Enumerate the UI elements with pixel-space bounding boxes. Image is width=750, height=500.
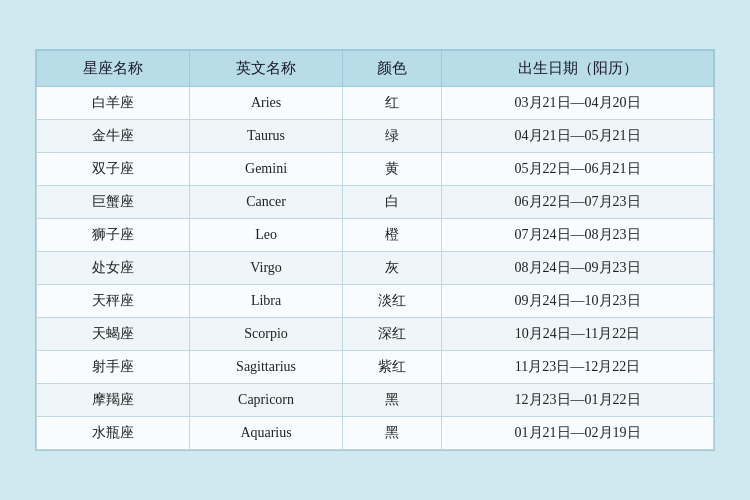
cell-color: 黑 bbox=[343, 417, 442, 450]
cell-dates: 06月22日—07月23日 bbox=[442, 186, 714, 219]
cell-english: Leo bbox=[190, 219, 343, 252]
cell-chinese: 狮子座 bbox=[37, 219, 190, 252]
table-row: 狮子座Leo橙07月24日—08月23日 bbox=[37, 219, 714, 252]
cell-dates: 04月21日—05月21日 bbox=[442, 120, 714, 153]
zodiac-table-container: 星座名称 英文名称 颜色 出生日期（阳历） 白羊座Aries红03月21日—04… bbox=[35, 49, 715, 451]
table-row: 金牛座Taurus绿04月21日—05月21日 bbox=[37, 120, 714, 153]
cell-color: 灰 bbox=[343, 252, 442, 285]
table-row: 处女座Virgo灰08月24日—09月23日 bbox=[37, 252, 714, 285]
header-dates: 出生日期（阳历） bbox=[442, 51, 714, 87]
cell-english: Taurus bbox=[190, 120, 343, 153]
cell-dates: 03月21日—04月20日 bbox=[442, 87, 714, 120]
cell-dates: 05月22日—06月21日 bbox=[442, 153, 714, 186]
cell-color: 紫红 bbox=[343, 351, 442, 384]
cell-chinese: 射手座 bbox=[37, 351, 190, 384]
cell-dates: 11月23日—12月22日 bbox=[442, 351, 714, 384]
cell-dates: 01月21日—02月19日 bbox=[442, 417, 714, 450]
cell-color: 深红 bbox=[343, 318, 442, 351]
cell-english: Capricorn bbox=[190, 384, 343, 417]
cell-english: Scorpio bbox=[190, 318, 343, 351]
cell-chinese: 水瓶座 bbox=[37, 417, 190, 450]
cell-english: Gemini bbox=[190, 153, 343, 186]
cell-color: 橙 bbox=[343, 219, 442, 252]
table-row: 白羊座Aries红03月21日—04月20日 bbox=[37, 87, 714, 120]
cell-chinese: 处女座 bbox=[37, 252, 190, 285]
table-row: 水瓶座Aquarius黑01月21日—02月19日 bbox=[37, 417, 714, 450]
table-row: 双子座Gemini黄05月22日—06月21日 bbox=[37, 153, 714, 186]
cell-color: 红 bbox=[343, 87, 442, 120]
cell-dates: 12月23日—01月22日 bbox=[442, 384, 714, 417]
cell-english: Libra bbox=[190, 285, 343, 318]
cell-color: 绿 bbox=[343, 120, 442, 153]
zodiac-table: 星座名称 英文名称 颜色 出生日期（阳历） 白羊座Aries红03月21日—04… bbox=[36, 50, 714, 450]
cell-color: 淡红 bbox=[343, 285, 442, 318]
cell-color: 黑 bbox=[343, 384, 442, 417]
header-color: 颜色 bbox=[343, 51, 442, 87]
cell-chinese: 巨蟹座 bbox=[37, 186, 190, 219]
header-english-name: 英文名称 bbox=[190, 51, 343, 87]
cell-color: 白 bbox=[343, 186, 442, 219]
table-header-row: 星座名称 英文名称 颜色 出生日期（阳历） bbox=[37, 51, 714, 87]
cell-english: Cancer bbox=[190, 186, 343, 219]
cell-chinese: 金牛座 bbox=[37, 120, 190, 153]
header-chinese-name: 星座名称 bbox=[37, 51, 190, 87]
cell-color: 黄 bbox=[343, 153, 442, 186]
cell-dates: 08月24日—09月23日 bbox=[442, 252, 714, 285]
cell-chinese: 双子座 bbox=[37, 153, 190, 186]
cell-english: Sagittarius bbox=[190, 351, 343, 384]
cell-english: Virgo bbox=[190, 252, 343, 285]
table-row: 摩羯座Capricorn黑12月23日—01月22日 bbox=[37, 384, 714, 417]
cell-english: Aquarius bbox=[190, 417, 343, 450]
cell-dates: 10月24日—11月22日 bbox=[442, 318, 714, 351]
table-body: 白羊座Aries红03月21日—04月20日金牛座Taurus绿04月21日—0… bbox=[37, 87, 714, 450]
table-row: 巨蟹座Cancer白06月22日—07月23日 bbox=[37, 186, 714, 219]
cell-chinese: 天秤座 bbox=[37, 285, 190, 318]
cell-dates: 09月24日—10月23日 bbox=[442, 285, 714, 318]
table-row: 天蝎座Scorpio深红10月24日—11月22日 bbox=[37, 318, 714, 351]
table-row: 射手座Sagittarius紫红11月23日—12月22日 bbox=[37, 351, 714, 384]
table-row: 天秤座Libra淡红09月24日—10月23日 bbox=[37, 285, 714, 318]
cell-chinese: 天蝎座 bbox=[37, 318, 190, 351]
cell-chinese: 白羊座 bbox=[37, 87, 190, 120]
cell-chinese: 摩羯座 bbox=[37, 384, 190, 417]
cell-dates: 07月24日—08月23日 bbox=[442, 219, 714, 252]
cell-english: Aries bbox=[190, 87, 343, 120]
